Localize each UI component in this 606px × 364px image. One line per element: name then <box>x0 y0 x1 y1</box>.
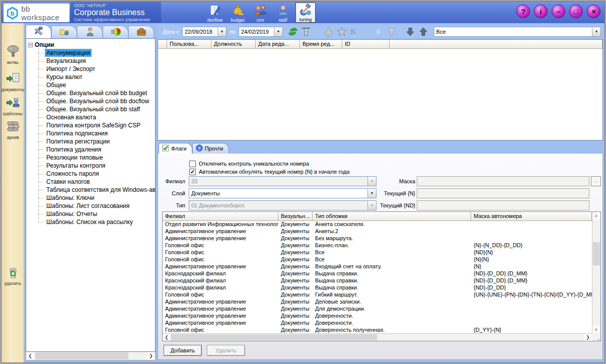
sidebar-item-archive[interactable]: архив <box>2 119 24 140</box>
left-tab-briefcase[interactable] <box>128 26 154 38</box>
checkbox-unchecked[interactable] <box>189 161 196 167</box>
scroll-down-icon[interactable]: ˄ <box>592 326 600 333</box>
checkbox-checked[interactable]: ✓ <box>189 169 196 175</box>
module-staff[interactable]: staff <box>273 3 293 23</box>
table-row[interactable]: Административное управлениеДокументыВход… <box>163 263 592 270</box>
scroll-thumb[interactable] <box>171 334 377 340</box>
module-tuning[interactable]: tuning <box>295 3 316 23</box>
users-table-column-header[interactable]: ID <box>342 40 390 49</box>
left-tab-pie[interactable] <box>103 26 128 38</box>
module-crm[interactable]: crm <box>250 3 270 23</box>
maximize-button[interactable]: □ <box>569 5 583 18</box>
tree-item[interactable]: Шаблоны: Отчеты <box>28 210 155 218</box>
tree-item[interactable]: Основная валюта <box>28 113 155 121</box>
table-row[interactable]: Головной офисДокументыВсе{N}{N} <box>163 256 592 263</box>
users-table-column-header[interactable]: Дата реда... <box>256 40 300 49</box>
left-tab-person[interactable] <box>77 26 103 38</box>
close-button[interactable]: × <box>587 5 600 18</box>
tree-item[interactable]: Общее. Визуальный слой bb budget <box>28 89 155 97</box>
table-row[interactable]: Административное управлениеДокументыДля … <box>163 306 592 313</box>
add-button[interactable]: Добавить <box>164 345 202 356</box>
sidebar-item-templates[interactable]: шаблоны <box>2 96 24 116</box>
autonumber-column-header[interactable]: Маска автономера <box>471 212 592 221</box>
tree-item[interactable]: Ставки налогов <box>28 178 155 186</box>
scroll-right-icon[interactable]: ❯ <box>147 352 155 360</box>
date-to-combobox[interactable]: 24/02/2019 ▼ <box>239 27 283 37</box>
minimize-button[interactable]: – <box>552 5 565 18</box>
chevron-down-icon[interactable]: ▼ <box>592 27 600 36</box>
date-from-combobox[interactable]: 22/09/2018 ▼ <box>182 27 226 37</box>
tree-item[interactable]: Сложность пароля <box>28 170 155 178</box>
table-row[interactable]: Головной офисДокументыВсе{ND}{N} <box>163 249 592 256</box>
autonumber-column-header[interactable]: Тип обложки <box>313 212 471 221</box>
star-icon[interactable] <box>337 27 347 37</box>
filter-funnel-icon[interactable] <box>387 27 397 37</box>
tree-item[interactable]: Шаблоны: Лист согласования <box>28 202 155 210</box>
scroll-up-icon[interactable]: ˃ <box>592 212 600 220</box>
users-table-column-header[interactable]: Время ред... <box>300 40 342 49</box>
module-docflow[interactable]: docflow <box>205 3 225 23</box>
autonumber-column-header[interactable]: Филиал <box>163 212 278 221</box>
chevron-down-icon[interactable]: ▼ <box>274 27 282 36</box>
table-row[interactable]: Отдел развития Информационных технологий… <box>163 221 592 228</box>
tree-item[interactable]: Политика регистрации <box>28 137 155 145</box>
table-row[interactable]: Головной офисДокументыГибкий маршрут.{UN… <box>163 292 592 299</box>
scroll-thumb[interactable] <box>593 242 600 265</box>
table-horizontal-scrollbar[interactable]: ❮ ❯ <box>163 333 592 341</box>
left-tab-tools[interactable] <box>26 25 51 38</box>
tree-item[interactable]: Общее. Визуальный слой bb staff <box>28 105 155 113</box>
tree-item[interactable]: Автонумерация <box>28 49 155 57</box>
k-tool-icon[interactable]: K <box>350 27 356 36</box>
table-row[interactable]: Краснодарский филиалДокументыВыдача спра… <box>163 277 592 284</box>
module-budget[interactable]: budget <box>228 3 248 23</box>
tab-flags[interactable]: Флаги <box>159 143 192 154</box>
flame-icon[interactable] <box>324 27 334 37</box>
tree-item[interactable]: Общее <box>28 81 155 89</box>
scroll-left-icon[interactable]: ❮ <box>163 334 171 341</box>
table-row[interactable]: Административное управлениеДокументыБез … <box>163 235 592 242</box>
sidebar-item-delete[interactable]: удалить <box>2 265 24 286</box>
tree-item[interactable]: Политика контроля SafeSign CSP <box>28 121 155 129</box>
tree-item[interactable]: Политика подписания <box>28 129 155 137</box>
tree-item[interactable]: Шаблоны: Список на рассылку <box>28 218 155 226</box>
table-row[interactable]: Административное управлениеДокументыАнке… <box>163 228 592 235</box>
delete-button[interactable]: Удалить <box>207 345 245 356</box>
users-table-column-header[interactable]: Должность <box>211 40 256 49</box>
table-row[interactable]: Краснодарский филиалДокументыВыдача спра… <box>163 284 592 292</box>
left-tab-folder[interactable] <box>51 26 77 38</box>
ruler-icon[interactable] <box>301 27 311 37</box>
filter-all-combobox[interactable]: Все ▼ <box>434 27 601 37</box>
tree-item[interactable]: Общее. Визуальный слой bb docflow <box>28 97 155 105</box>
table-vertical-scrollbar[interactable]: ˃ ˄ <box>592 212 600 333</box>
table-row[interactable]: Головной офисДокументыБизнес-план.{N}-{N… <box>163 242 592 249</box>
tree-item[interactable]: Таблица соответствия для Windows-авто <box>28 186 155 194</box>
tree-root[interactable]: − Опции <box>28 41 155 49</box>
sidebar-item-branch[interactable]: ветвь <box>2 44 24 65</box>
scroll-right-icon[interactable]: ❯ <box>584 334 592 341</box>
autonumber-column-header[interactable]: Визуальн... <box>278 212 313 221</box>
tab-other[interactable]: ?Прочти <box>192 143 229 154</box>
table-row[interactable]: Краснодарский филиалДокументыВыдача спра… <box>163 270 592 277</box>
info-button[interactable]: i <box>534 5 548 18</box>
scroll-left-icon[interactable]: ❮ <box>26 352 34 360</box>
tree-item[interactable]: Визуализация <box>28 57 155 65</box>
tree-item[interactable]: Импорт / Экспорт <box>28 65 155 73</box>
scroll-thumb[interactable] <box>35 352 128 359</box>
table-row[interactable]: Административное управлениеДокументыДове… <box>163 313 592 320</box>
tree-item[interactable]: Политика удаления <box>28 145 155 154</box>
table-row[interactable]: Головной офисДокументыДоверенность получ… <box>163 327 592 333</box>
chevron-down-icon[interactable]: ▼ <box>367 189 376 198</box>
tree-item[interactable]: Курсы валют <box>28 73 155 81</box>
table-row[interactable]: Административное управлениеДокументыДело… <box>163 299 592 306</box>
table-row[interactable]: Административное управлениеДокументыДове… <box>163 320 592 327</box>
tree-item[interactable]: Результаты контроля <box>28 162 155 170</box>
chevron-down-icon[interactable]: ▼ <box>217 27 226 36</box>
users-table-column-header[interactable]: Пользова... <box>167 40 211 49</box>
tree-expander-icon[interactable]: − <box>28 43 33 47</box>
refresh-icon[interactable] <box>288 27 298 37</box>
move-up-icon[interactable] <box>418 27 428 37</box>
move-down-icon[interactable] <box>405 27 415 37</box>
sidebar-item-documents[interactable]: документы <box>2 71 24 92</box>
help-button[interactable]: ? <box>516 5 530 18</box>
tree-item[interactable]: Резолюции типовые <box>28 154 155 162</box>
